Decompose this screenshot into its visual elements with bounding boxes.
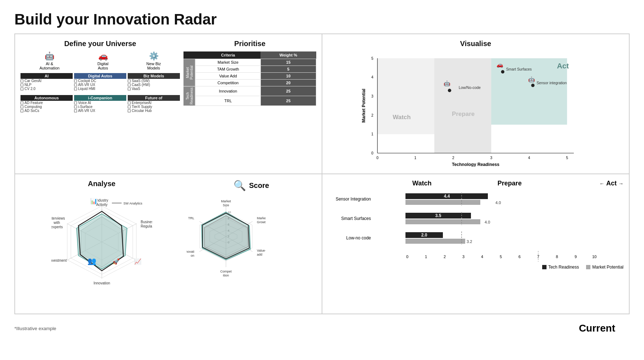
cat-future-header: Future of xyxy=(128,95,180,101)
score-label-growth2: Growth xyxy=(257,220,266,224)
sensor-icon: 🤖 xyxy=(528,76,535,83)
prio-weight-5: 5 xyxy=(260,66,316,73)
legend-market-color xyxy=(586,265,590,269)
prio-weight-25a: 25 xyxy=(260,86,316,96)
bar-watch-label: Watch xyxy=(378,180,466,187)
score-label-innovation: Innovati xyxy=(186,250,194,253)
bar-act-label: Act xyxy=(606,180,617,187)
universe-grid-row1: AI Car GenAI NLP CV 2.0 Digital Autos Co… xyxy=(21,73,180,93)
score-header: 🔍 Score xyxy=(186,180,316,192)
label-experts: experts xyxy=(51,225,63,229)
act-label: Act xyxy=(557,62,569,70)
score-label-growth: Market xyxy=(257,216,266,220)
score-icon: 🔍 xyxy=(233,180,246,192)
sensor-track: 4.4 4.0 xyxy=(375,193,623,206)
smart-label: Smart Surfaces xyxy=(328,216,375,221)
prio-tech-group: TechReadiness xyxy=(183,86,195,106)
cat-autonomous: Autonomous AD Feature Computing AD SoCs xyxy=(21,95,73,113)
prioritise-section: Prioritise Criteria Weight % MarketPoten… xyxy=(183,40,316,168)
lowno-market-bar xyxy=(405,239,465,244)
label-interviews2: with xyxy=(53,221,60,225)
biz-icon: ⚙️ xyxy=(149,51,159,61)
x4: 4 xyxy=(528,156,530,160)
panel-bottom-left: Analyse xyxy=(15,174,322,314)
y5: 5 xyxy=(371,57,373,60)
x2: 2 xyxy=(452,156,454,160)
prio-market-group: MarketPotential xyxy=(183,59,195,86)
define-title: Define your Universe xyxy=(21,40,180,48)
y2: 2 xyxy=(371,113,373,117)
x1: 1 xyxy=(414,156,417,160)
y0: 0 xyxy=(371,151,373,155)
prio-weight-15: 15 xyxy=(260,59,316,66)
label-activity: Activity xyxy=(96,203,108,207)
prepare-zone xyxy=(434,58,491,153)
cat-digital-autos-items: Cockpit DC AR-VR UX Liquid HMI xyxy=(74,79,126,91)
sensor-label: Sensor integration xyxy=(536,81,567,85)
score-label-valueadd2: add xyxy=(257,253,262,256)
smartsurfaces-icon: 🚗 xyxy=(496,62,503,68)
smart-market-bar xyxy=(405,219,480,224)
legend-tech-label: Tech Readiness xyxy=(548,265,579,270)
score-title: Score xyxy=(249,181,269,190)
cat-biz-models-items: SaaS (SW) CaaS (HW) VaaS xyxy=(128,79,180,91)
universe-biz: ⚙️ New BizModels xyxy=(146,51,161,70)
tick-10: 10 xyxy=(592,255,597,259)
y-axis-title: Market Potential xyxy=(361,89,366,122)
legend: Tech Readiness Market Potential xyxy=(328,265,623,270)
label-innovation: Innovation xyxy=(93,281,110,285)
tick-2: 2 xyxy=(444,255,446,259)
legend-market-label: Market Potential xyxy=(592,265,623,270)
prio-weight-10: 10 xyxy=(260,73,316,80)
smart-bar-svg: 3.5 4.0 xyxy=(375,212,623,225)
tick-8: 8 xyxy=(556,255,558,259)
x0: 0 xyxy=(376,156,378,160)
cat-digital-autos: Digital Autos Cockpit DC AR-VR UX Liquid… xyxy=(74,73,126,91)
bar-act-container: ← Act → xyxy=(553,180,623,187)
prio-weight-25b: 25 xyxy=(260,96,316,106)
score-label-competition2: ition xyxy=(223,274,229,277)
tick-svg: 0 1 2 3 4 5 6 7 8 9 10 xyxy=(378,251,623,262)
bar-header: Watch Prepare ← Act → xyxy=(328,180,623,187)
smart-tech-value: 3.5 xyxy=(435,213,441,218)
act-arrow-right: → xyxy=(618,181,623,186)
smartsurfaces-label: Smart Surfaces xyxy=(506,67,532,71)
bar-row-sensor: Sensor Integration 4.4 4.0 xyxy=(328,193,623,206)
x3: 3 xyxy=(490,156,492,160)
sensor-dot xyxy=(531,84,534,87)
radar-analyse: Industry Activity SW Analytics Business … xyxy=(51,192,152,292)
prio-tam-growth: TAM Growth xyxy=(195,66,260,73)
industry-icon: 📊 xyxy=(90,198,97,204)
cat-future: Future of EnterpriseAI TierX Supply Circ… xyxy=(128,95,180,113)
tick-3: 3 xyxy=(462,255,464,259)
panel-top-right: Visualise Watch Prepare Act 0 1 2 3 4 xyxy=(322,34,629,174)
legend-tech-color xyxy=(542,265,547,269)
cat-icompanion-header: i-Companion xyxy=(74,95,126,101)
label-investment: Investment xyxy=(51,258,67,262)
ai-label: AI &Automation xyxy=(40,62,60,70)
analyse-section: Analyse xyxy=(21,180,183,308)
prio-innovation: Innovation xyxy=(195,86,260,96)
lownocode-icon: 🤖 xyxy=(444,80,450,87)
analyse-title: Analyse xyxy=(21,180,183,188)
score-section: 🔍 Score xyxy=(186,180,316,308)
sensor-tech-value: 4.4 xyxy=(444,194,450,199)
lowno-label: Low-no code xyxy=(328,235,375,240)
prio-value-add: Value Add xyxy=(195,73,260,80)
lowno-tech-value: 2.0 xyxy=(421,233,427,238)
cat-biz-models: Biz Models SaaS (SW) CaaS (HW) VaaS xyxy=(128,73,180,91)
smart-track: 3.5 4.0 xyxy=(375,212,623,225)
y1: 1 xyxy=(371,132,373,136)
bar-row-smart: Smart Surfaces 3.5 4.0 xyxy=(328,212,623,225)
x-axis-ticks: 0 1 2 3 4 5 6 7 8 9 10 xyxy=(378,251,623,262)
innovation-icon: 📈 xyxy=(134,258,141,265)
cat-ai-items: Car GenAI NLP CV 2.0 xyxy=(21,79,73,91)
label-regulation: Regulation xyxy=(141,224,152,228)
visualise-chart: Watch Prepare Act 0 1 2 3 4 5 0 1 2 xyxy=(328,51,623,167)
x5: 5 xyxy=(566,156,568,160)
legend-tech: Tech Readiness xyxy=(542,265,579,270)
sensor-market-value: 4.0 xyxy=(495,201,501,205)
label-business: Business & xyxy=(141,220,152,224)
biz-label: New BizModels xyxy=(146,62,161,70)
score-label-marketsize: Market xyxy=(221,199,231,203)
